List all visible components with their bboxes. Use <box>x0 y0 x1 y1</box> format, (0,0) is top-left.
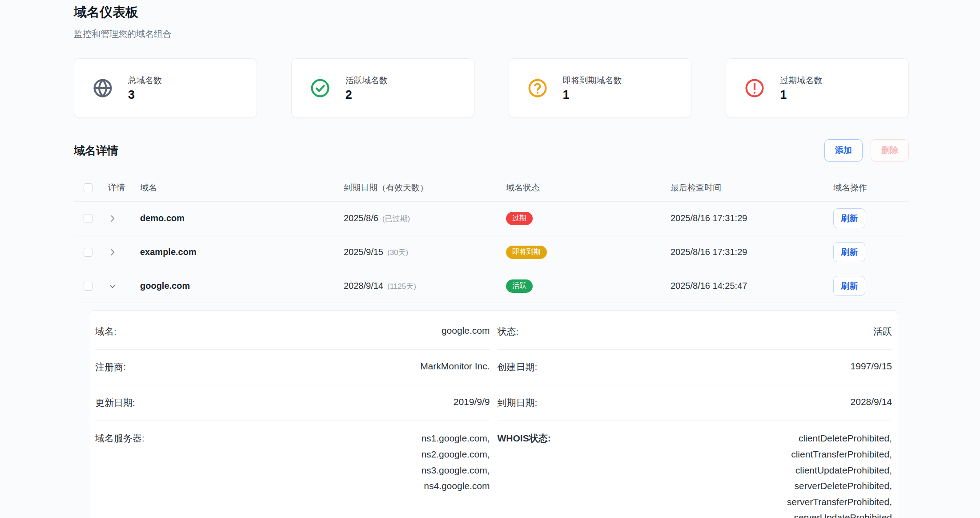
stat-label: 总域名数 <box>128 75 162 86</box>
whois-status-line: clientDeleteProhibited, <box>787 432 892 444</box>
header-action: 域名操作 <box>833 182 909 194</box>
last-check-time: 2025/8/16 17:31:29 <box>671 247 833 257</box>
head-buttons: 添加 删除 <box>824 139 909 162</box>
whois-status-line: serverUpdateProhibited <box>787 510 892 518</box>
stat-label: 即将到期域名数 <box>563 75 622 86</box>
last-check-time: 2025/8/16 17:31:29 <box>671 213 833 223</box>
delete-domain-button[interactable]: 删除 <box>871 139 909 162</box>
detail-label: 注册商: <box>95 361 126 373</box>
detail-row-registrar: 注册商: MarkMonitor Inc. <box>95 350 490 385</box>
stat-value: 1 <box>780 88 822 102</box>
alert-circle-icon <box>744 77 765 99</box>
whois-status-line: serverTransferProhibited, <box>787 494 892 510</box>
expiry-date: 2025/9/15 <box>344 247 383 257</box>
detail-row-status: 状态: 活跃 <box>498 314 892 350</box>
stat-value: 3 <box>128 88 162 102</box>
refresh-button[interactable]: 刷新 <box>833 208 865 228</box>
detail-label: 更新日期: <box>95 397 135 409</box>
stat-label: 过期域名数 <box>780 75 822 86</box>
check-circle-icon <box>309 77 331 99</box>
page-title: 域名仪表板 <box>74 4 909 21</box>
status-badge: 过期 <box>506 212 533 225</box>
detail-label: 状态: <box>498 325 519 338</box>
domains-section-title: 域名详情 <box>74 143 118 158</box>
expiry-date: 2025/8/6 <box>344 213 378 223</box>
detail-label: WHOIS状态: <box>498 432 551 445</box>
detail-label: 域名服务器: <box>95 432 145 445</box>
domains-table: 详情 域名 到期日期（有效天数） 域名状态 最后检查时间 域名操作 demo.c… <box>74 174 909 303</box>
detail-value: 1997/9/15 <box>851 361 892 372</box>
refresh-button[interactable]: 刷新 <box>833 276 865 296</box>
stat-card-total: 总域名数 3 <box>74 58 257 118</box>
detail-label: 创建日期: <box>498 361 538 373</box>
stats-row: 总域名数 3 活跃域名数 2 即将到期域名 <box>74 58 909 118</box>
globe-icon <box>92 77 113 99</box>
detail-right-column: 状态: 活跃 创建日期: 1997/9/15 到期日期: 2028/9/14 W… <box>498 314 892 518</box>
stat-value: 1 <box>563 88 622 102</box>
domain-name: google.com <box>140 281 344 291</box>
expiry-note: (已过期) <box>382 214 410 223</box>
detail-label: 到期日期: <box>498 397 538 409</box>
whois-status-line: serverDeleteProhibited, <box>787 478 892 494</box>
detail-row-nameservers: 域名服务器: ns1.google.com, ns2.google.com, n… <box>95 421 490 506</box>
nameserver-line: ns3.google.com, <box>421 462 490 478</box>
chevron-right-icon[interactable] <box>108 248 140 257</box>
stat-card-active: 活跃域名数 2 <box>291 58 474 118</box>
detail-row-created: 创建日期: 1997/9/15 <box>498 350 892 385</box>
stat-label: 活跃域名数 <box>345 75 388 86</box>
detail-value: 2019/9/9 <box>454 397 490 407</box>
detail-value: google.com <box>442 325 490 336</box>
detail-value: 活跃 <box>873 325 892 338</box>
table-row-example: example.com 2025/9/15(30天) 即将到期 2025/8/1… <box>74 235 909 269</box>
detail-row-whois-status: WHOIS状态: clientDeleteProhibited, clientT… <box>498 421 892 518</box>
domain-name: example.com <box>140 247 344 257</box>
detail-row-expiry: 到期日期: 2028/9/14 <box>498 385 892 421</box>
row-checkbox[interactable] <box>84 214 92 223</box>
question-circle-icon <box>527 77 548 99</box>
detail-row-updated: 更新日期: 2019/9/9 <box>95 385 490 421</box>
nameserver-line: ns1.google.com, <box>421 432 490 444</box>
stat-card-expiring: 即将到期域名数 1 <box>509 58 692 118</box>
add-domain-button[interactable]: 添加 <box>824 139 863 162</box>
row-checkbox[interactable] <box>84 248 92 257</box>
detail-row-domain: 域名: google.com <box>95 314 490 350</box>
expiry-note: (1125天) <box>387 282 416 291</box>
header-detail: 详情 <box>108 182 140 194</box>
nameserver-list: ns1.google.com, ns2.google.com, ns3.goog… <box>421 432 490 494</box>
whois-status-line: clientUpdateProhibited, <box>787 462 892 478</box>
table-header-row: 详情 域名 到期日期（有效天数） 域名状态 最后检查时间 域名操作 <box>74 174 909 202</box>
detail-label: 域名: <box>95 325 116 338</box>
header-expiry: 到期日期（有效天数） <box>344 182 506 194</box>
detail-value: 2028/9/14 <box>851 397 892 407</box>
page-subtitle: 监控和管理您的域名组合 <box>74 28 909 40</box>
expiry-date: 2028/9/14 <box>344 281 383 291</box>
stat-card-expired: 过期域名数 1 <box>726 58 909 118</box>
chevron-right-icon[interactable] <box>108 214 140 223</box>
header-last-check: 最后检查时间 <box>671 182 833 194</box>
domains-section-head: 域名详情 添加 删除 <box>74 139 909 162</box>
whois-status-line: clientTransferProhibited, <box>787 446 892 462</box>
header-domain: 域名 <box>140 182 344 194</box>
status-badge: 活跃 <box>506 279 533 293</box>
refresh-button[interactable]: 刷新 <box>833 242 865 262</box>
table-row-google: google.com 2028/9/14(1125天) 活跃 2025/8/16… <box>74 269 909 303</box>
domain-detail-panel: 域名: google.com 注册商: MarkMonitor Inc. 更新日… <box>89 310 898 518</box>
whois-status-list: clientDeleteProhibited, clientTransferPr… <box>787 432 892 518</box>
nameserver-line: ns4.google.com <box>421 478 490 494</box>
detail-value: MarkMonitor Inc. <box>420 361 490 372</box>
nameserver-line: ns2.google.com, <box>421 446 490 462</box>
status-badge: 即将到期 <box>506 246 547 259</box>
domain-dashboard-page: 域名仪表板 监控和管理您的域名组合 总域名数 3 活跃域名数 <box>0 0 980 518</box>
stat-value: 2 <box>345 88 388 102</box>
table-row-demo: demo.com 2025/8/6(已过期) 过期 2025/8/16 17:3… <box>74 202 909 235</box>
expiry-note: (30天) <box>387 248 408 257</box>
row-checkbox[interactable] <box>84 282 92 291</box>
select-all-checkbox[interactable] <box>84 183 92 192</box>
header-status: 域名状态 <box>506 182 671 194</box>
detail-left-column: 域名: google.com 注册商: MarkMonitor Inc. 更新日… <box>95 314 490 518</box>
domain-name: demo.com <box>140 213 344 223</box>
last-check-time: 2025/8/16 14:25:47 <box>671 281 833 291</box>
chevron-down-icon[interactable] <box>108 282 140 291</box>
